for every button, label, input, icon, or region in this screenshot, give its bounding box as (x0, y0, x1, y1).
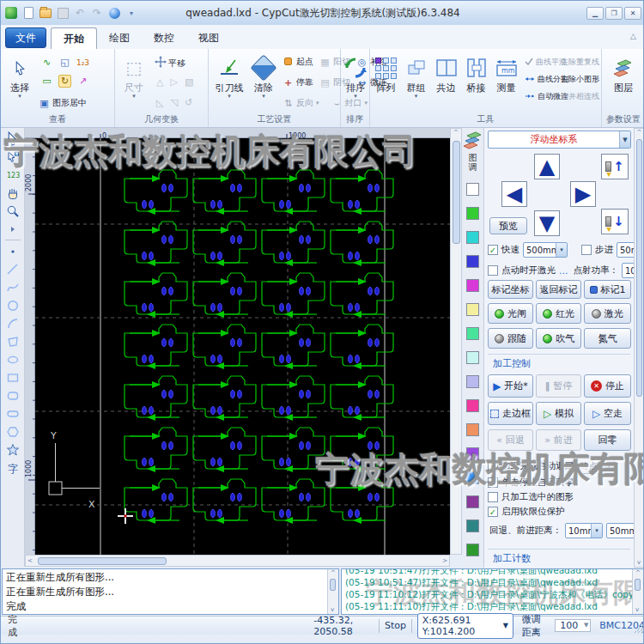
rotate-right-icon[interactable]: ◹ (170, 97, 177, 108)
h-scroll-thumb[interactable] (38, 557, 167, 565)
jog-down-button[interactable]: ▼ (534, 210, 560, 236)
checkbox-1[interactable] (488, 477, 498, 488)
color-swatch-12[interactable] (466, 471, 479, 484)
color-swatch-1[interactable] (466, 207, 479, 220)
star-tool[interactable] (3, 440, 22, 459)
distance-combo[interactable]: 10mm▾ (565, 523, 603, 538)
z-down-button[interactable]: ↓ (601, 209, 629, 234)
back-button[interactable]: «回退 (488, 429, 533, 451)
select-tool[interactable] (3, 130, 22, 148)
coord-system-combo[interactable]: 浮动坐标系▼ (488, 131, 631, 149)
color-swatch-14[interactable] (466, 519, 479, 532)
forward-button[interactable]: »前进 (536, 429, 581, 451)
mirror-v-icon[interactable]: △ (156, 76, 163, 88)
collapse-ribbon-icon[interactable]: △ (630, 32, 636, 40)
color-swatch-4[interactable] (466, 279, 479, 292)
line-tool[interactable] (3, 260, 22, 278)
color-swatch-5[interactable] (466, 303, 479, 316)
measure-button[interactable]: mm 测量 (492, 52, 520, 113)
rect-tool[interactable] (3, 368, 22, 386)
rotate-view-icon[interactable]: ↻ (58, 75, 71, 88)
mark1-button[interactable]: 标记1 (584, 280, 631, 299)
mirror-icons-row[interactable]: △▷▧ (156, 76, 193, 88)
dry-run-button[interactable]: ▷空走 (584, 402, 631, 425)
start-point-button[interactable]: 起点 (283, 56, 313, 68)
checkbox-2[interactable] (488, 492, 498, 502)
size-button[interactable]: ⬚ 尺寸▾ (118, 52, 149, 113)
roundrect-tool[interactable] (3, 386, 22, 404)
file-menu-button[interactable]: 文件 (5, 27, 46, 48)
outline-icon[interactable]: ▭ (40, 75, 53, 88)
translate-button[interactable]: 平移 (155, 56, 185, 70)
mark-coord-button[interactable]: 标记坐标 (488, 280, 533, 299)
group-button[interactable]: 群组▾ (402, 52, 430, 113)
checkbox-3[interactable]: ✓ (488, 507, 498, 517)
pause-button[interactable]: ‖暂停 (536, 374, 581, 398)
tab-开始[interactable]: 开始 (51, 27, 97, 49)
message-log[interactable]: 正在重新生成所有图形...正在重新生成所有图形...完成 ^v (2, 568, 339, 615)
clear-button[interactable]: 清除▾ (248, 52, 279, 113)
jog-laser-checkbox[interactable] (488, 265, 498, 276)
fill-display-icon[interactable]: ◱ (58, 56, 71, 69)
color-swatch-13[interactable] (466, 495, 479, 508)
more-link[interactable]: … (559, 265, 568, 276)
rotate-any-icon[interactable]: ↺ (185, 97, 192, 108)
preview-button[interactable]: 预览 (489, 217, 527, 234)
blow-button[interactable]: 吹气 (536, 328, 581, 349)
select-button[interactable]: 选择▾ (3, 52, 36, 113)
bridge-button[interactable]: 桥接 (462, 52, 490, 113)
frame-button[interactable]: 走边框 (488, 402, 533, 425)
sequence-number-icon[interactable]: 1₂3 (76, 56, 89, 69)
canvas-horizontal-scrollbar[interactable]: <> (25, 555, 450, 567)
rotate-left-icon[interactable]: ◺ (156, 97, 163, 108)
circle-tool[interactable] (3, 296, 22, 314)
xy-position-combo[interactable]: X:625.691 Y:1014.200▼ (417, 613, 513, 639)
drawing-canvas[interactable]: YX (35, 138, 450, 555)
sort-button[interactable]: 排序▾ (342, 52, 369, 113)
toolbar-options-icon[interactable]: ▾ (125, 6, 138, 20)
curve-icon[interactable]: ∿ (40, 56, 53, 69)
checkbox-0[interactable] (488, 461, 498, 471)
rotate-icons-row[interactable]: ◺◹↺ (156, 97, 192, 108)
home-button[interactable]: 回零 (584, 429, 631, 451)
resize-grip[interactable] (635, 624, 643, 633)
z-up-button[interactable]: ↑ (601, 154, 629, 179)
new-file-icon[interactable] (21, 6, 35, 20)
color-swatch-7[interactable] (466, 351, 479, 364)
node-edit-icon[interactable]: ↗ (76, 75, 89, 88)
center-graphic-button[interactable]: ▣图形居中 (39, 97, 87, 109)
polygon-tool[interactable] (3, 332, 22, 350)
polyline-tool[interactable] (3, 278, 22, 296)
jog-up-button[interactable]: ▲ (534, 154, 560, 179)
mirror-h-icon[interactable]: ▷ (170, 76, 177, 88)
text-tool[interactable]: 字 (3, 459, 22, 477)
panel-scrollbar[interactable]: ^v (634, 128, 644, 568)
color-swatch-0[interactable] (466, 183, 479, 196)
layer-button[interactable]: 图层 (607, 52, 640, 113)
fine-tune-combo[interactable]: 100▼ (555, 619, 591, 632)
tab-绘图[interactable]: 绘图 (97, 27, 142, 49)
jog-left-button[interactable]: ◀ (501, 181, 527, 207)
panel-scroll-thumb[interactable] (636, 139, 642, 397)
dock-button[interactable]: +停靠 (283, 76, 313, 88)
minimize-button[interactable]: ▁ (586, 7, 604, 20)
color-swatch-6[interactable] (466, 327, 479, 340)
return-point-combo[interactable]: 终点▾ (577, 459, 615, 474)
obround-tool[interactable] (3, 404, 22, 422)
undo-icon[interactable]: ↶ (73, 6, 87, 20)
save-icon[interactable] (56, 6, 70, 20)
follow-button[interactable]: 跟随 (488, 328, 533, 349)
simulate-button[interactable]: ▷模拟 (536, 402, 581, 425)
color-swatch-10[interactable] (466, 423, 479, 436)
redo-icon[interactable]: ↷ (90, 6, 104, 20)
tool-item-合并相连线[interactable]: 合并相连线 (561, 91, 599, 102)
shutter-button[interactable]: 光闸 (488, 303, 533, 324)
nitrogen-button[interactable]: 氮气 (584, 328, 631, 349)
file-history-log[interactable]: 宁波杰和数控机床有限公司 (05-19 10:51:47)打开文件：D:\用户目… (341, 568, 644, 615)
jog-right-button[interactable]: ▶ (570, 181, 596, 207)
point-tool[interactable] (3, 242, 22, 260)
open-file-icon[interactable] (39, 6, 52, 20)
v-scroll-thumb[interactable] (453, 141, 460, 244)
file-history-scrollbar[interactable]: ^v (632, 569, 643, 614)
tool-item-去除小图形[interactable]: 去除小图形 (561, 74, 599, 85)
